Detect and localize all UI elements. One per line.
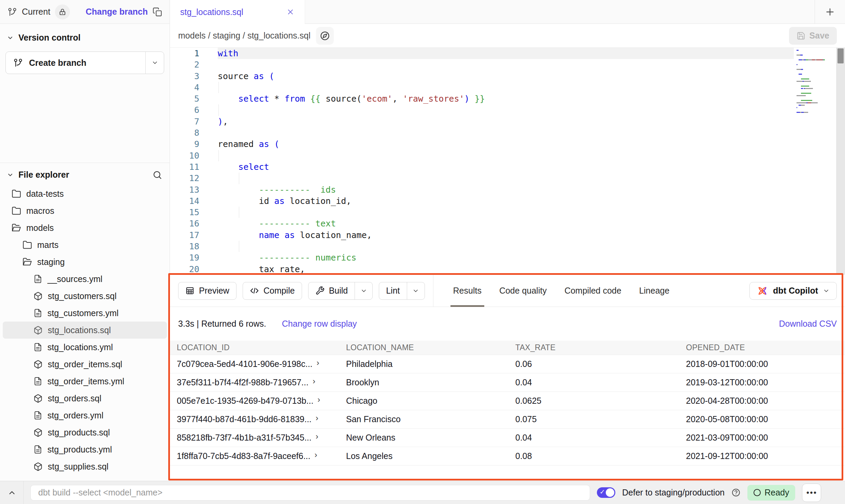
code-line	[218, 82, 794, 93]
file-item[interactable]: stg_products.yml	[3, 441, 167, 458]
model-icon	[33, 394, 43, 403]
new-tab-button[interactable]	[822, 4, 837, 19]
panel-tab-lineage[interactable]: Lineage	[630, 275, 678, 307]
lint-menu-button[interactable]	[407, 282, 425, 299]
table-grid-icon	[185, 286, 195, 295]
file-item[interactable]: stg_locations.sql	[3, 322, 167, 339]
file-name: stg_customers.sql	[48, 291, 116, 301]
table-row: 37e5f311-b7f4-4f2f-988b-719657...›Brookl…	[170, 373, 845, 392]
help-icon[interactable]	[731, 488, 741, 497]
file-name: stg_products.sql	[48, 428, 110, 438]
query-stats: 3.3s | Returned 6 rows.	[178, 319, 266, 329]
line-number: 19	[170, 252, 205, 263]
line-number: 13	[170, 184, 205, 195]
file-item[interactable]: models	[3, 219, 167, 236]
build-button[interactable]: Build	[309, 282, 355, 299]
file-item[interactable]: stg_orders.sql	[3, 390, 167, 407]
code-line: source as (	[218, 71, 794, 82]
change-row-display-link[interactable]: Change row display	[282, 319, 357, 329]
file-item[interactable]: stg_customers.yml	[3, 305, 167, 322]
explore-docs-button[interactable]	[316, 27, 334, 45]
line-number: 9	[170, 138, 205, 150]
line-number: 7	[170, 116, 205, 127]
dbt-copilot-button[interactable]: dbt Copilot	[749, 282, 837, 300]
file-item[interactable]: marts	[3, 236, 167, 253]
table-cell: 0.0625	[509, 396, 679, 406]
file-item[interactable]: stg_supplies.sql	[3, 458, 167, 475]
panel-tab-code-quality[interactable]: Code quality	[490, 275, 556, 307]
editor-scrollbar[interactable]	[836, 48, 845, 275]
command-input[interactable]: dbt build --select <model_name>	[30, 485, 590, 501]
search-icon[interactable]	[153, 170, 162, 180]
indent-guide	[239, 173, 239, 184]
git-branch-icon	[8, 7, 17, 17]
expand-cell-icon[interactable]: ›	[316, 432, 318, 441]
code-lines[interactable]: withsource as ( select * from {{ source(…	[218, 48, 794, 275]
create-branch-button[interactable]: Create branch	[6, 52, 145, 74]
file-item[interactable]: data-tests	[3, 185, 167, 202]
expand-cell-icon[interactable]: ›	[316, 413, 318, 423]
table-row: 858218fb-73f7-4b1b-a31f-57b345...›New Or…	[170, 429, 845, 447]
expand-cell-icon[interactable]: ›	[315, 450, 317, 460]
panel-tab-compiled-code[interactable]: Compiled code	[556, 275, 630, 307]
line-number: 3	[170, 71, 205, 82]
version-control-title: Version control	[18, 33, 81, 43]
file-explorer-section: File explorer data-testsmacrosmodelsmart…	[0, 163, 170, 475]
save-label: Save	[810, 31, 829, 41]
build-split-button: Build	[308, 282, 373, 300]
column-header: LOCATION_ID	[170, 343, 339, 352]
defer-toggle[interactable]: ✓	[597, 487, 615, 498]
file-item[interactable]: stg_order_items.yml	[3, 373, 167, 390]
minimap[interactable]	[797, 49, 835, 114]
file-item[interactable]: stg_orders.yml	[3, 407, 167, 424]
panel-tab-results[interactable]: Results	[444, 275, 490, 307]
folder-icon	[23, 240, 32, 250]
file-explorer-header[interactable]: File explorer	[0, 170, 170, 185]
copy-branch-icon[interactable]	[153, 7, 162, 17]
lint-button[interactable]: Lint	[379, 282, 406, 299]
build-menu-button[interactable]	[355, 282, 372, 299]
file-name: stg_orders.yml	[47, 411, 103, 420]
results-table: LOCATION_IDLOCATION_NAMETAX_RATEOPENED_D…	[170, 341, 845, 465]
preview-button[interactable]: Preview	[178, 282, 237, 300]
version-control-header[interactable]: Version control	[0, 24, 170, 43]
file-item[interactable]: stg_products.sql	[3, 424, 167, 441]
expand-cell-icon[interactable]: ›	[317, 395, 320, 404]
code-line: ---------- text	[218, 218, 794, 229]
chevron-down-icon	[823, 287, 830, 294]
indent-guide	[218, 150, 219, 161]
compile-button[interactable]: Compile	[243, 282, 302, 300]
file-item[interactable]: stg_order_items.sql	[3, 356, 167, 373]
file-item[interactable]: stg_locations.yml	[3, 339, 167, 356]
table-body: 7c079cea-5ed4-4101-906e-9198c...›Philade…	[170, 355, 845, 465]
code-icon	[250, 286, 259, 295]
file-item[interactable]: macros	[3, 202, 167, 219]
file-item[interactable]: __sources.yml	[3, 270, 167, 287]
collapse-panel-button[interactable]	[8, 488, 16, 497]
expand-cell-icon[interactable]: ›	[313, 376, 315, 386]
dbt-logo-icon	[757, 285, 768, 297]
expand-cell-icon[interactable]: ›	[317, 358, 319, 368]
ready-ring-icon	[754, 489, 761, 496]
more-options-button[interactable]: •••	[802, 484, 821, 502]
table-header-row: LOCATION_IDLOCATION_NAMETAX_RATEOPENED_D…	[170, 341, 845, 355]
create-branch-label: Create branch	[29, 58, 86, 68]
file-item[interactable]: stg_customers.sql	[3, 287, 167, 305]
line-number: 6	[170, 104, 205, 116]
save-button[interactable]: Save	[789, 27, 837, 45]
table-row: 1f8ffa70-7cb5-4d83-8a7f-9aceef6...›Los A…	[170, 447, 845, 465]
change-branch-link[interactable]: Change branch	[86, 7, 148, 17]
lock-icon	[59, 8, 66, 16]
table-cell: 0.04	[509, 377, 679, 387]
indent-guide	[239, 241, 239, 252]
code-line: ---------- ids	[218, 184, 794, 195]
download-csv-link[interactable]: Download CSV	[779, 319, 837, 329]
code-editor[interactable]: 1234567891011121314151617181920 withsour…	[170, 48, 845, 275]
close-icon[interactable]	[286, 8, 295, 16]
create-branch-menu-button[interactable]	[145, 52, 164, 74]
scrollbar-thumb[interactable]	[837, 48, 844, 63]
file-item[interactable]: staging	[3, 253, 167, 270]
tab-stg-locations-sql[interactable]: stg_locations.sql	[170, 0, 305, 24]
ready-label: Ready	[764, 488, 789, 498]
file-icon	[33, 309, 42, 317]
